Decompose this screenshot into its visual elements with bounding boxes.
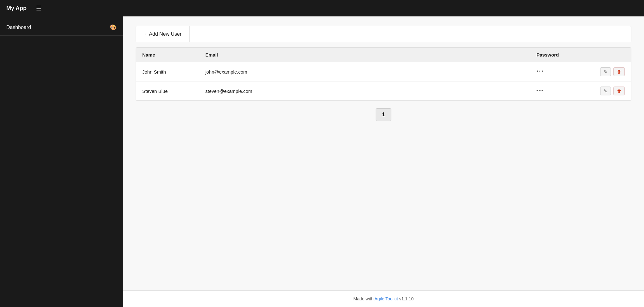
footer-text-before: Made with xyxy=(353,296,374,301)
hamburger-icon[interactable]: ☰ xyxy=(36,4,42,12)
col-header-actions xyxy=(593,48,631,62)
user-email: john@example.com xyxy=(199,62,530,81)
users-table: Name Email Password John Smith john@exam… xyxy=(136,48,631,100)
user-actions: ✎ 🗑 xyxy=(593,81,631,101)
col-header-email: Email xyxy=(199,48,530,62)
table-row: John Smith john@example.com *** ✎ 🗑 xyxy=(136,62,631,81)
page-button-1[interactable]: 1 xyxy=(376,108,392,121)
user-name: Steven Blue xyxy=(136,81,199,101)
add-user-bar: + Add New User xyxy=(136,26,631,42)
edit-button[interactable]: ✎ xyxy=(600,87,611,95)
users-table-container: Name Email Password John Smith john@exam… xyxy=(136,47,631,101)
add-new-user-label: Add New User xyxy=(149,31,181,37)
edit-icon: ✎ xyxy=(604,69,607,74)
dashboard-icon: 🎨 xyxy=(110,24,117,31)
content-inner: + Add New User Name Email Password xyxy=(123,16,644,290)
user-name: John Smith xyxy=(136,62,199,81)
table-body: John Smith john@example.com *** ✎ 🗑 xyxy=(136,62,631,101)
delete-icon: 🗑 xyxy=(617,69,621,74)
user-actions: ✎ 🗑 xyxy=(593,62,631,81)
edit-icon: ✎ xyxy=(604,88,607,93)
sidebar-item-dashboard[interactable]: Dashboard 🎨 xyxy=(0,20,123,36)
table-row: Steven Blue steven@example.com *** ✎ 🗑 xyxy=(136,81,631,101)
password-mask: *** xyxy=(536,88,544,94)
password-mask: *** xyxy=(536,69,544,75)
col-header-password: Password xyxy=(530,48,593,62)
action-buttons: ✎ 🗑 xyxy=(600,67,625,76)
footer-link[interactable]: Agile Toolkit xyxy=(374,296,398,301)
user-password: *** xyxy=(530,81,593,101)
table-header: Name Email Password xyxy=(136,48,631,62)
sidebar-item-label: Dashboard xyxy=(6,25,31,30)
top-navbar: My App ☰ xyxy=(0,0,644,16)
col-header-name: Name xyxy=(136,48,199,62)
delete-button[interactable]: 🗑 xyxy=(613,87,625,95)
app-title: My App xyxy=(6,5,26,12)
plus-icon: + xyxy=(143,31,146,37)
delete-button[interactable]: 🗑 xyxy=(613,67,625,76)
add-new-user-button[interactable]: + Add New User xyxy=(136,26,190,42)
edit-button[interactable]: ✎ xyxy=(600,67,611,76)
footer: Made with Agile Toolkit v1.1.10 xyxy=(123,290,644,307)
user-email: steven@example.com xyxy=(199,81,530,101)
delete-icon: 🗑 xyxy=(617,88,621,93)
footer-text-after: v1.1.10 xyxy=(398,296,414,301)
main-layout: Dashboard 🎨 + Add New User Name Email xyxy=(0,16,644,307)
user-password: *** xyxy=(530,62,593,81)
sidebar: Dashboard 🎨 xyxy=(0,16,123,307)
action-buttons: ✎ 🗑 xyxy=(600,87,625,95)
pagination: 1 xyxy=(136,108,631,121)
content-area: + Add New User Name Email Password xyxy=(123,16,644,307)
